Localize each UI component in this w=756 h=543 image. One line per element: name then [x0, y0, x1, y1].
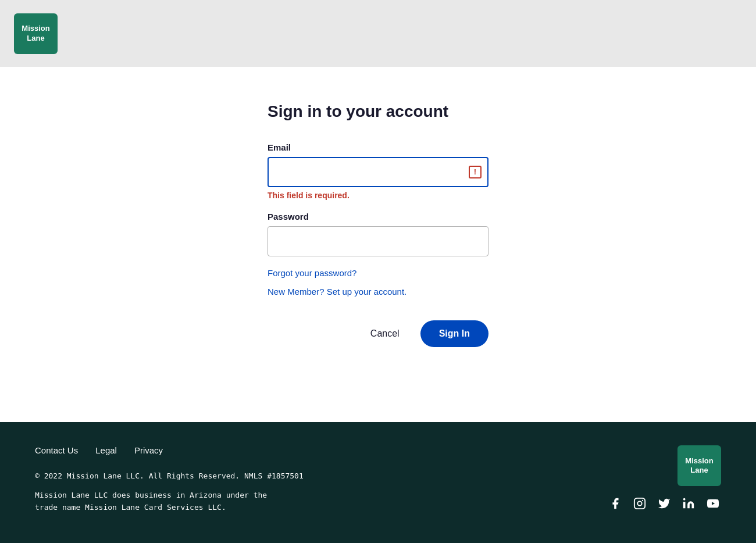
social-icons-row: [607, 495, 721, 512]
password-input-wrapper: [268, 226, 488, 256]
svg-point-2: [642, 500, 643, 501]
youtube-icon[interactable]: [705, 495, 721, 512]
email-error-message: This field is required.: [268, 191, 488, 200]
password-input[interactable]: [268, 226, 488, 256]
facebook-icon[interactable]: [607, 495, 623, 512]
email-input-wrapper: !: [268, 157, 488, 187]
email-label: Email: [268, 142, 488, 152]
svg-rect-0: [634, 498, 645, 509]
cancel-button[interactable]: Cancel: [363, 324, 406, 344]
svg-point-3: [683, 498, 686, 501]
forgot-password-link[interactable]: Forgot your password?: [268, 268, 356, 278]
email-field-group: Email ! This field is required.: [268, 142, 488, 200]
contact-us-link[interactable]: Contact Us: [35, 445, 78, 455]
signin-form-container: Sign in to your account Email ! This fie…: [268, 102, 488, 376]
signin-button[interactable]: Sign In: [420, 320, 488, 347]
new-member-link[interactable]: New Member? Set up your account.: [268, 287, 406, 296]
header: Mission Lane: [0, 0, 756, 67]
footer-logo-text: Mission Lane: [685, 456, 713, 476]
email-error-icon: !: [469, 166, 482, 178]
password-label: Password: [268, 212, 488, 222]
button-row: Cancel Sign In: [268, 320, 488, 347]
logo-text: Mission Lane: [22, 24, 49, 44]
footer-logo[interactable]: Mission Lane: [677, 445, 721, 486]
footer-disclaimer: Mission Lane LLC does business in Arizon…: [35, 490, 326, 514]
legal-link[interactable]: Legal: [95, 445, 117, 455]
password-field-group: Password: [268, 212, 488, 256]
privacy-link[interactable]: Privacy: [134, 445, 163, 455]
header-logo[interactable]: Mission Lane: [14, 13, 58, 54]
main-content: Sign in to your account Email ! This fie…: [0, 67, 756, 422]
footer-right: Mission Lane: [607, 445, 721, 512]
email-input[interactable]: [268, 157, 488, 187]
instagram-icon[interactable]: [632, 495, 648, 512]
footer: Contact Us Legal Privacy © 2022 Mission …: [0, 422, 756, 543]
page-title: Sign in to your account: [268, 102, 488, 122]
twitter-icon[interactable]: [656, 495, 672, 512]
linkedin-icon[interactable]: [680, 495, 697, 512]
new-member-row: New Member? Set up your account.: [268, 287, 488, 297]
forgot-password-row: Forgot your password?: [268, 268, 488, 278]
svg-point-1: [637, 502, 641, 506]
